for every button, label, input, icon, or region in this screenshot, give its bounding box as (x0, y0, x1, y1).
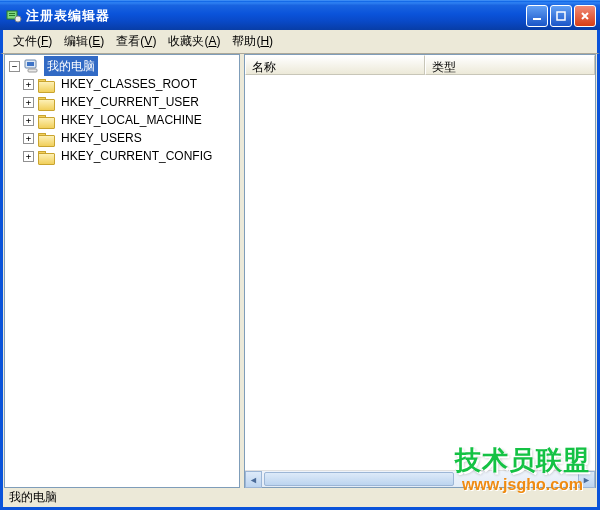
folder-icon (38, 113, 54, 127)
minimize-button[interactable] (526, 5, 548, 27)
svg-rect-1 (9, 13, 15, 14)
scroll-right-button[interactable]: ► (578, 471, 595, 488)
svg-rect-2 (9, 15, 15, 16)
menu-bar: 文件(F) 编辑(E) 查看(V) 收藏夹(A) 帮助(H) (0, 30, 600, 54)
menu-file[interactable]: 文件(F) (7, 30, 58, 53)
svg-point-3 (15, 16, 21, 22)
tree-item-label[interactable]: HKEY_LOCAL_MACHINE (58, 110, 205, 130)
maximize-button[interactable] (550, 5, 572, 27)
app-icon (6, 8, 22, 24)
client-area: − 我的电脑 + HKEY_CLASSES_ROOT + HKEY_CURREN… (0, 54, 600, 488)
menu-view[interactable]: 查看(V) (110, 30, 162, 53)
menu-edit[interactable]: 编辑(E) (58, 30, 110, 53)
tree-item-label[interactable]: HKEY_CURRENT_USER (58, 92, 202, 112)
column-name[interactable]: 名称 (245, 55, 425, 75)
folder-icon (38, 95, 54, 109)
list-pane[interactable]: 名称 类型 ◄ ► (244, 54, 596, 488)
tree-item-label[interactable]: HKEY_CLASSES_ROOT (58, 74, 200, 94)
svg-rect-5 (557, 12, 565, 20)
tree-item-label[interactable]: HKEY_USERS (58, 128, 145, 148)
tree-item[interactable]: + HKEY_USERS (7, 129, 239, 147)
expand-collapse-icon[interactable]: + (23, 115, 34, 126)
window-controls (526, 5, 596, 27)
tree-root-row[interactable]: − 我的电脑 (7, 57, 239, 75)
expand-collapse-icon[interactable]: + (23, 79, 34, 90)
expand-collapse-icon[interactable]: + (23, 133, 34, 144)
folder-icon (38, 149, 54, 163)
menu-favorites[interactable]: 收藏夹(A) (162, 30, 226, 53)
tree-item[interactable]: + HKEY_CURRENT_CONFIG (7, 147, 239, 165)
folder-icon (38, 77, 54, 91)
computer-icon (24, 59, 40, 73)
scroll-track[interactable] (262, 471, 578, 487)
status-bar: 我的电脑 (0, 488, 600, 510)
svg-rect-8 (28, 69, 37, 72)
tree-item[interactable]: + HKEY_LOCAL_MACHINE (7, 111, 239, 129)
tree-item[interactable]: + HKEY_CURRENT_USER (7, 93, 239, 111)
tree-root-label[interactable]: 我的电脑 (44, 56, 98, 76)
list-body (245, 75, 595, 470)
tree-item[interactable]: + HKEY_CLASSES_ROOT (7, 75, 239, 93)
tree-item-label[interactable]: HKEY_CURRENT_CONFIG (58, 146, 215, 166)
list-header: 名称 类型 (245, 55, 595, 75)
close-button[interactable] (574, 5, 596, 27)
horizontal-scrollbar[interactable]: ◄ ► (245, 470, 595, 487)
registry-tree: − 我的电脑 + HKEY_CLASSES_ROOT + HKEY_CURREN… (5, 55, 239, 165)
status-path: 我的电脑 (9, 489, 57, 506)
svg-rect-7 (27, 62, 34, 66)
menu-help[interactable]: 帮助(H) (226, 30, 279, 53)
folder-icon (38, 131, 54, 145)
column-type[interactable]: 类型 (425, 55, 595, 75)
scroll-left-button[interactable]: ◄ (245, 471, 262, 488)
scroll-thumb[interactable] (264, 472, 454, 486)
title-bar: 注册表编辑器 (0, 0, 600, 30)
expand-collapse-icon[interactable]: + (23, 97, 34, 108)
expand-collapse-icon[interactable]: + (23, 151, 34, 162)
expand-collapse-icon[interactable]: − (9, 61, 20, 72)
svg-rect-4 (533, 18, 541, 20)
window-title: 注册表编辑器 (26, 7, 526, 25)
tree-pane[interactable]: − 我的电脑 + HKEY_CLASSES_ROOT + HKEY_CURREN… (4, 54, 240, 488)
